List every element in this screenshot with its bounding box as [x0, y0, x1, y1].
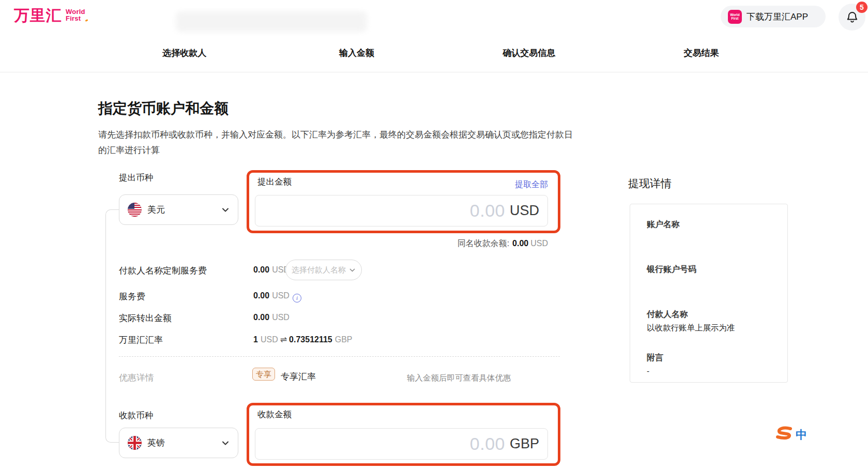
- payer-name-value: 以收款行账单上展示为准: [647, 323, 735, 334]
- balance-label: 同名收款余额:: [458, 239, 509, 248]
- receive-amount-input[interactable]: [264, 434, 505, 454]
- chevron-down-icon: [349, 267, 356, 274]
- exclusive-badge: 专享: [252, 368, 275, 381]
- worldfirst-logo: 万里汇 World First: [14, 7, 85, 24]
- exclusive-rate-label: 专享汇率: [281, 371, 316, 383]
- payout-amount-box: USD: [255, 195, 548, 226]
- payer-name-label: 付款人名称: [647, 309, 688, 320]
- promo-hint: 输入金额后即可查看具体优惠: [407, 373, 511, 384]
- step-result[interactable]: 交易结果: [615, 43, 787, 63]
- currency-link-bracket: [105, 209, 119, 443]
- worldfirst-transfer-page: 万里汇 World First World First 下载万里汇APP 5 选…: [0, 0, 868, 469]
- payout-currency-select[interactable]: 美元: [119, 194, 238, 225]
- bell-icon: [845, 10, 859, 24]
- withdraw-all-link[interactable]: 提取全部: [465, 179, 548, 190]
- notifications-button[interactable]: 5: [839, 4, 865, 31]
- promo-details-label: 优惠详情: [119, 372, 154, 384]
- download-app-button[interactable]: World First 下载万里汇APP: [721, 6, 826, 27]
- exchange-rate-value: 1USD⇌0.73512115GBP: [253, 335, 353, 344]
- payout-amount-currency: USD: [510, 203, 539, 219]
- worldfirst-app-icon: World First: [728, 10, 742, 24]
- receive-currency-select[interactable]: 英镑: [119, 428, 238, 458]
- balance-value: 0.00: [512, 239, 528, 248]
- payer-name-select[interactable]: 选择付款人名称: [285, 260, 362, 280]
- payout-amount-label: 提出金额: [257, 176, 292, 188]
- uk-flag-icon: [128, 436, 142, 450]
- memo-value: -: [647, 367, 649, 376]
- custom-name-fee-label: 付款人名称定制服务费: [119, 265, 207, 277]
- service-fee-value: 0.00USDi: [253, 291, 301, 302]
- chevron-down-icon: [221, 206, 230, 214]
- receive-amount-box: GBP: [255, 428, 548, 460]
- step-enter-amount[interactable]: 输入金额: [270, 43, 443, 63]
- sogou-icon: [773, 426, 794, 441]
- chevron-down-icon: [221, 439, 230, 447]
- logo-text-en: World First: [66, 7, 85, 22]
- info-icon[interactable]: i: [293, 294, 301, 302]
- loading-skeleton: [176, 11, 367, 32]
- payout-currency-label: 提出币种: [119, 172, 153, 184]
- exchange-arrows-icon: ⇌: [280, 335, 287, 344]
- step-select-payee[interactable]: 选择收款人: [98, 43, 270, 63]
- receive-currency-name: 英镑: [147, 437, 216, 449]
- step-confirm-info[interactable]: 确认交易信息: [443, 43, 615, 63]
- custom-name-fee-value: 0.00USD: [253, 265, 290, 275]
- actual-amount-value: 0.00USD: [253, 313, 290, 322]
- ime-indicator: 中: [773, 426, 807, 441]
- account-name-label: 账户名称: [647, 219, 680, 230]
- page-subtitle: 请先选择扣款币种或收款币种，并输入对应金额。以下汇率为参考汇率，最终的交易金额会…: [98, 127, 578, 158]
- memo-label: 附言: [647, 353, 663, 364]
- header: 万里汇 World First World First 下载万里汇APP 5 选…: [0, 0, 868, 72]
- actual-amount-label: 实际转出金额: [119, 312, 172, 324]
- logo-text-cn: 万里汇: [14, 7, 62, 24]
- ime-language-char: 中: [796, 429, 807, 441]
- withdrawal-details-title: 提现详情: [628, 176, 672, 191]
- receive-amount-label: 收款金额: [257, 409, 292, 420]
- notification-count-badge: 5: [856, 2, 867, 13]
- balance-currency: USD: [530, 239, 548, 248]
- receive-currency-label: 收款币种: [119, 410, 153, 421]
- logo-accent-mark: [85, 19, 88, 22]
- withdrawal-details-card: 账户名称 银行账户号码 付款人名称 以收款行账单上展示为准 附言 -: [630, 204, 788, 383]
- same-name-balance: 同名收款余额:0.00USD: [290, 238, 548, 249]
- us-flag-icon: [128, 203, 142, 217]
- payout-currency-name: 美元: [147, 204, 216, 216]
- receive-amount-currency: GBP: [510, 436, 539, 452]
- download-app-label: 下载万里汇APP: [747, 11, 808, 23]
- step-nav: 选择收款人 输入金额 确认交易信息 交易结果: [98, 43, 787, 63]
- bank-account-number-label: 银行账户号码: [647, 264, 696, 275]
- exchange-rate-label: 万里汇汇率: [119, 334, 163, 346]
- page-title: 指定货币账户和金额: [98, 99, 229, 118]
- payout-amount-input[interactable]: [264, 201, 505, 221]
- service-fee-label: 服务费: [119, 291, 145, 302]
- divider: [119, 356, 560, 357]
